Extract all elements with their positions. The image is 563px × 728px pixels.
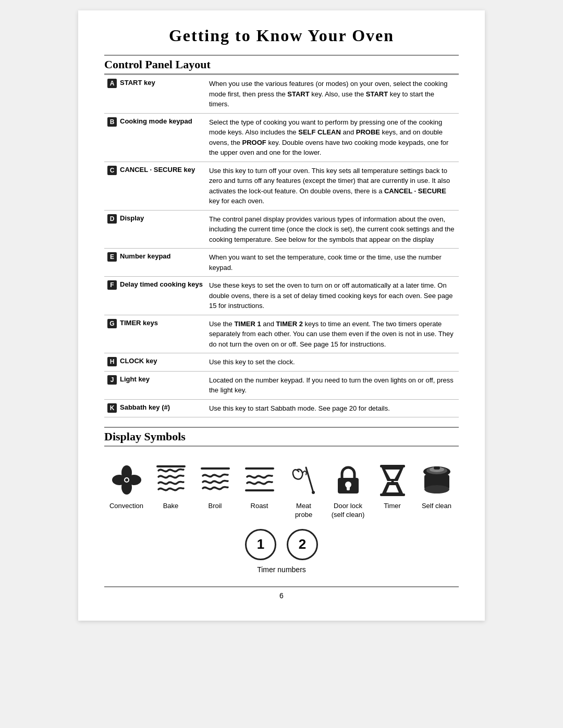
key-cell: BCooking mode keypad <box>104 113 206 162</box>
symbol-broil: Broil <box>193 461 237 511</box>
table-row: HCLOCK keyUse this key to set the clock. <box>104 353 459 372</box>
desc-cell: Located on the number keypad. If you nee… <box>206 371 459 399</box>
table-row: BCooking mode keypadSelect the type of c… <box>104 113 459 162</box>
desc-cell: Use this key to turn off your oven. This… <box>206 162 459 210</box>
key-cell: ENumber keypad <box>104 249 206 277</box>
self-clean-label: Self clean <box>422 502 451 511</box>
symbol-timer: Timer <box>370 461 414 511</box>
svg-point-5 <box>125 478 128 482</box>
key-cell: CCANCEL · SECURE key <box>104 162 206 210</box>
svg-rect-14 <box>347 486 350 490</box>
main-title: Getting to Know Your Oven <box>104 26 459 45</box>
key-cell: GTIMER keys <box>104 315 206 353</box>
symbol-door-lock: Door lock(self clean) <box>326 461 370 520</box>
key-label: CLOCK key <box>120 357 157 365</box>
key-badge: H <box>107 357 117 366</box>
roast-label: Roast <box>251 502 268 511</box>
key-badge: C <box>107 166 117 175</box>
key-label: CANCEL · SECURE key <box>120 166 195 174</box>
table-row: DDisplayThe control panel display provid… <box>104 210 459 249</box>
self-clean-icon <box>418 461 456 499</box>
table-row: JLight keyLocated on the number keypad. … <box>104 371 459 399</box>
table-row: CCANCEL · SECURE keyUse this key to turn… <box>104 162 459 210</box>
desc-cell: Use this key to set the clock. <box>206 353 459 372</box>
key-label: START key <box>120 79 155 87</box>
key-badge: G <box>107 319 117 328</box>
symbol-self-clean: Self clean <box>414 461 459 511</box>
broil-label: Broil <box>208 502 222 511</box>
meat-probe-label: Meatprobe <box>295 502 312 520</box>
svg-line-10 <box>306 467 313 492</box>
desc-cell: When you want to set the temperature, co… <box>206 249 459 277</box>
table-row: ASTART keyWhen you use the various featu… <box>104 75 459 114</box>
symbol-convection: Convection <box>104 461 149 511</box>
key-label: Sabbath key (#) <box>120 403 170 411</box>
key-label: Delay timed cooking keys <box>120 280 203 288</box>
key-badge: B <box>107 117 117 127</box>
key-cell: HCLOCK key <box>104 353 206 372</box>
key-cell: JLight key <box>104 371 206 399</box>
section1-title: Control Panel Layout <box>104 55 459 75</box>
table-row: GTIMER keysUse the TIMER 1 and TIMER 2 k… <box>104 315 459 353</box>
key-label: Cooking mode keypad <box>120 117 192 125</box>
symbol-roast: Roast <box>237 461 282 511</box>
bake-icon <box>152 461 190 499</box>
svg-rect-20 <box>380 465 405 467</box>
section2-title: Display Symbols <box>104 427 459 447</box>
key-badge: A <box>107 79 117 88</box>
timer-label: Timer <box>384 502 401 511</box>
key-label: Display <box>120 214 144 222</box>
desc-cell: The control panel display provides vario… <box>206 210 459 249</box>
timer-circles: 1 2 <box>245 529 318 560</box>
page-container: Getting to Know Your Oven Control Panel … <box>78 10 485 621</box>
table-row: KSabbath key (#)Use this key to start Sa… <box>104 399 459 417</box>
symbol-bake: Bake <box>149 461 193 511</box>
display-symbols-section: Display Symbols <box>104 427 459 574</box>
desc-cell: Use the TIMER 1 and TIMER 2 keys to time… <box>206 315 459 353</box>
timer-number-2: 2 <box>287 529 318 560</box>
svg-rect-21 <box>380 493 405 496</box>
timer-number-1: 1 <box>245 529 276 560</box>
key-label: Number keypad <box>120 252 171 260</box>
table-row: FDelay timed cooking keysUse these keys … <box>104 277 459 315</box>
key-badge: D <box>107 214 117 224</box>
timer-numbers-section: 1 2 Timer numbers <box>104 529 459 574</box>
door-lock-label: Door lock(self clean) <box>332 502 365 520</box>
svg-point-26 <box>424 485 449 493</box>
desc-cell: Use this key to start Sabbath mode. See … <box>206 399 459 417</box>
symbols-row: Convection <box>104 461 459 520</box>
key-cell: KSabbath key (#) <box>104 399 206 417</box>
desc-cell: Use these keys to set the oven to turn o… <box>206 277 459 315</box>
key-badge: K <box>107 403 117 413</box>
broil-icon <box>197 461 234 499</box>
door-lock-icon <box>329 461 367 499</box>
key-badge: F <box>107 280 117 290</box>
key-label: Light key <box>120 375 150 383</box>
timer-icon <box>374 461 411 499</box>
svg-rect-27 <box>434 466 440 470</box>
symbol-meat-probe: Meatprobe <box>282 461 326 520</box>
desc-cell: When you use the various features (or mo… <box>206 75 459 114</box>
bake-label: Bake <box>163 502 179 511</box>
convection-icon <box>108 461 145 499</box>
key-badge: J <box>107 375 117 385</box>
timer-numbers-label: Timer numbers <box>257 565 306 574</box>
key-cell: DDisplay <box>104 210 206 249</box>
desc-cell: Select the type of cooking you want to p… <box>206 113 459 162</box>
key-label: TIMER keys <box>120 319 158 327</box>
page-number: 6 <box>104 586 459 600</box>
table-row: ENumber keypadWhen you want to set the t… <box>104 249 459 277</box>
meat-probe-icon <box>285 461 323 499</box>
svg-point-11 <box>312 491 315 494</box>
key-cell: ASTART key <box>104 75 206 114</box>
key-cell: FDelay timed cooking keys <box>104 277 206 315</box>
key-badge: E <box>107 252 117 262</box>
convection-label: Convection <box>109 502 143 511</box>
roast-icon <box>241 461 278 499</box>
control-panel-table: ASTART keyWhen you use the various featu… <box>104 75 459 417</box>
svg-point-19 <box>391 480 394 483</box>
